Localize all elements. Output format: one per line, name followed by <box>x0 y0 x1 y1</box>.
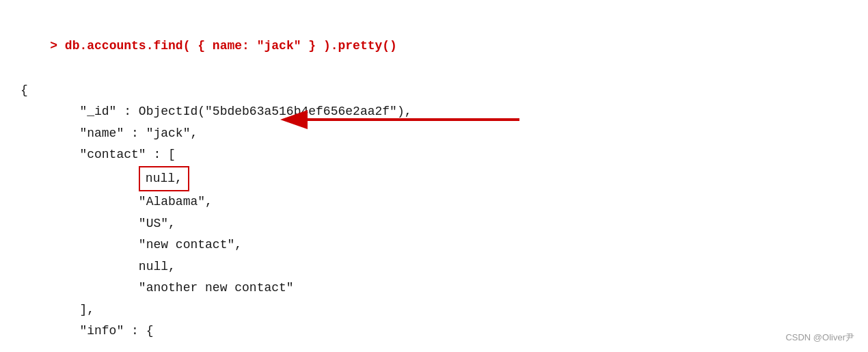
command-text: db.accounts.find( { name: "jack" } ).pre… <box>65 39 397 53</box>
command-line: > db.accounts.find( { name: "jack" } ).p… <box>21 14 847 79</box>
new-contact-line: "new contact", <box>21 234 847 256</box>
null-highlighted-line: null, <box>21 166 847 192</box>
null-indent <box>21 168 139 190</box>
null2-line: null, <box>21 256 847 278</box>
terminal-window: > db.accounts.find( { name: "jack" } ).p… <box>0 0 868 352</box>
watermark: CSDN @Oliver尹 <box>785 331 854 344</box>
info-open-line: "info" : { <box>21 321 847 342</box>
null-box: null, <box>139 166 189 192</box>
another-line: "another new contact" <box>21 277 847 299</box>
prompt-symbol: > <box>50 39 65 53</box>
output-block: { "_id" : ObjectId("5bdeb63a516b4ef656e2… <box>21 80 847 353</box>
name-line: "name" : "jack", <box>21 123 847 145</box>
contact-open-line: "contact" : [ <box>21 144 847 166</box>
empty-line <box>21 342 847 353</box>
alabama-line: "Alabama", <box>21 191 847 213</box>
contact-close-line: ], <box>21 299 847 321</box>
open-brace-line: { <box>21 80 847 102</box>
us-line: "US", <box>21 213 847 235</box>
id-line: "_id" : ObjectId("5bdeb63a516b4ef656e2aa… <box>21 101 847 123</box>
